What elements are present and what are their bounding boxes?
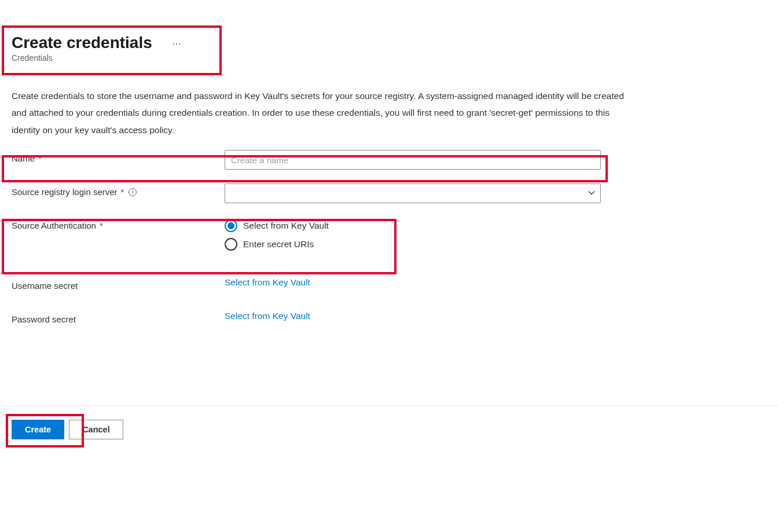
create-button[interactable]: Create (12, 420, 64, 439)
radio-select-from-key-vault[interactable]: Select from Key Vault (225, 219, 601, 232)
username-secret-label: Username secret (12, 277, 225, 291)
radio-icon-unchecked (225, 238, 237, 251)
source-registry-label-text: Source registry login server (12, 187, 118, 197)
required-asterisk: * (100, 221, 103, 230)
username-secret-label-text: Username secret (12, 281, 78, 291)
form-row-source-registry: Source registry login server * i (12, 184, 766, 204)
name-label-text: Name (12, 153, 35, 163)
password-secret-label: Password secret (12, 311, 225, 324)
radio-icon-checked (225, 219, 237, 232)
form-row-username-secret: Username secret Select from Key Vault (12, 277, 766, 298)
name-input[interactable] (225, 150, 601, 170)
form-row-password-secret: Password secret Select from Key Vault (12, 311, 766, 332)
more-actions-icon[interactable]: ⋯ (172, 38, 181, 49)
required-asterisk: * (38, 153, 42, 163)
password-secret-label-text: Password secret (12, 314, 76, 324)
page-description: Create credentials to store the username… (0, 67, 648, 150)
page-title: Create credentials (12, 34, 152, 52)
breadcrumb: Credentials (12, 53, 766, 63)
password-secret-link[interactable]: Select from Key Vault (225, 311, 310, 321)
cancel-button[interactable]: Cancel (69, 420, 123, 439)
form-row-name: Name * (12, 150, 766, 171)
username-secret-link[interactable]: Select from Key Vault (225, 277, 310, 287)
radio-dot (227, 222, 234, 229)
source-auth-label: Source Authentication * (12, 217, 225, 230)
radio-label-keyvault: Select from Key Vault (243, 221, 329, 231)
required-asterisk: * (121, 187, 124, 197)
radio-label-uris: Enter secret URIs (243, 239, 314, 250)
name-label: Name * (12, 150, 225, 163)
radio-enter-secret-uris[interactable]: Enter secret URIs (225, 238, 601, 251)
info-icon[interactable]: i (129, 188, 137, 196)
source-registry-dropdown[interactable] (225, 184, 601, 203)
source-auth-radio-group: Select from Key Vault Enter secret URIs (225, 217, 601, 251)
form-row-source-auth: Source Authentication * Select from Key … (12, 217, 766, 251)
footer: Create Cancel (0, 405, 778, 453)
source-auth-label-text: Source Authentication (12, 221, 96, 230)
source-registry-label: Source registry login server * i (12, 184, 225, 197)
